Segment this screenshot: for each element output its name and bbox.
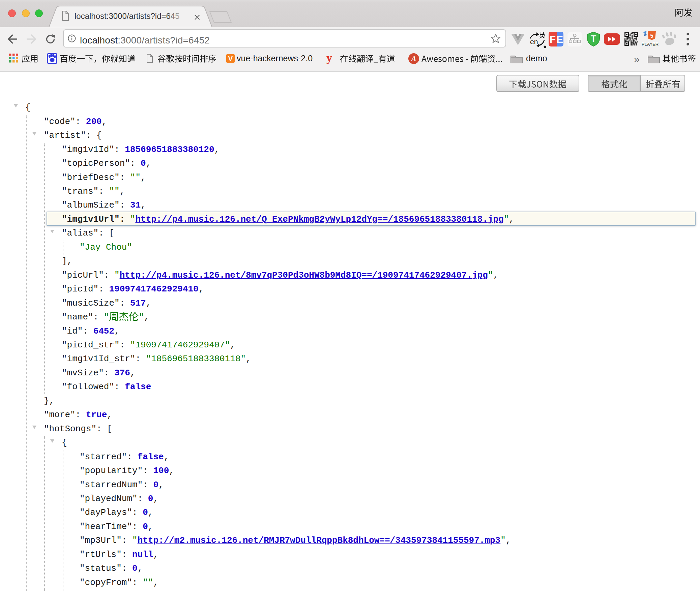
svg-text:F: F <box>550 34 556 45</box>
svg-text:A: A <box>411 54 416 63</box>
svg-text:PLAYER: PLAYER <box>642 42 659 47</box>
svg-text:5: 5 <box>650 33 653 39</box>
svg-text:E: E <box>556 34 563 45</box>
svg-text:V: V <box>228 55 233 62</box>
svg-text:T: T <box>591 34 596 44</box>
